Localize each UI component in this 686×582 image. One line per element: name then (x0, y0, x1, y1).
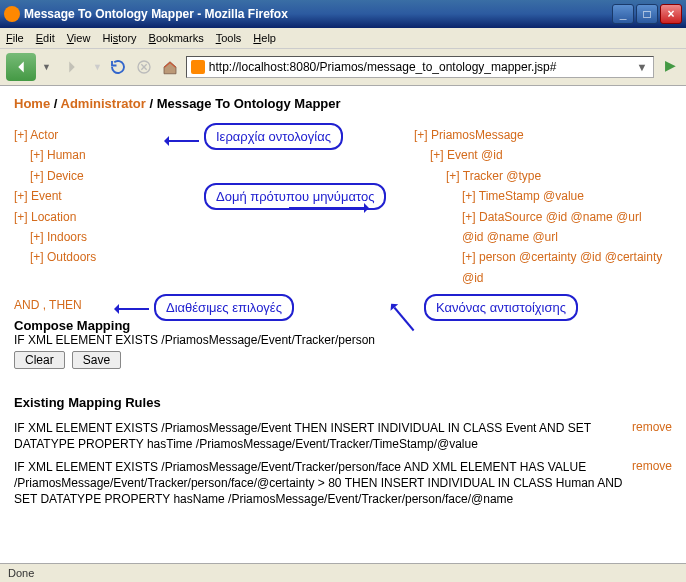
arrow-right-icon (61, 56, 83, 78)
rule-row: IF XML ELEMENT EXISTS /PriamosMessage/Ev… (14, 459, 672, 508)
callout-arrow (119, 308, 149, 310)
callout-rule: Κανόνας αντιστοίχισης (424, 294, 578, 321)
message-tree-node[interactable]: [+] DataSource @id @name @url @id @name … (414, 207, 664, 248)
ontology-tree-node[interactable]: [+] Outdoors (14, 247, 194, 267)
address-bar[interactable]: http://localhost:8080/Priamos/message_to… (186, 56, 654, 78)
reload-button[interactable] (108, 57, 128, 77)
window-title: Message To Ontology Mapper - Mozilla Fir… (24, 7, 610, 21)
menu-view[interactable]: View (67, 32, 91, 44)
callout-message: Δομή πρότυπου μηνύματος (204, 183, 386, 210)
home-icon (161, 58, 179, 76)
back-button[interactable] (6, 53, 36, 81)
callout-arrow (289, 207, 364, 209)
stop-button[interactable] (134, 57, 154, 77)
existing-rules-title: Existing Mapping Rules (14, 395, 672, 410)
page-content: Home / Administrator / Message To Ontolo… (0, 86, 686, 563)
back-dropdown[interactable]: ▼ (42, 62, 51, 72)
callout-ontology: Ιεραρχία οντολογίας (204, 123, 343, 150)
arrow-left-icon (10, 56, 32, 78)
url-text[interactable]: http://localhost:8080/Priamos/message_to… (209, 60, 631, 74)
message-tree-node[interactable]: [+] PriamosMessage (414, 125, 664, 145)
maximize-button[interactable]: □ (636, 4, 658, 24)
page-favicon (191, 60, 205, 74)
ontology-tree: [+] Actor[+] Human[+] Device[+] Event[+]… (14, 125, 194, 288)
rule-row: IF XML ELEMENT EXISTS /PriamosMessage/Ev… (14, 420, 672, 452)
rule-text: IF XML ELEMENT EXISTS /PriamosMessage/Ev… (14, 459, 624, 508)
compose-mapping-title: Compose Mapping (14, 318, 672, 333)
reload-icon (109, 58, 127, 76)
rules-list: IF XML ELEMENT EXISTS /PriamosMessage/Ev… (14, 420, 672, 507)
go-button[interactable]: ▶ (660, 57, 680, 77)
fwd-dropdown: ▼ (93, 62, 102, 72)
close-button[interactable]: × (660, 4, 682, 24)
compose-mapping-text: IF XML ELEMENT EXISTS /PriamosMessage/Ev… (14, 333, 672, 347)
menu-file[interactable]: File (6, 32, 24, 44)
ontology-tree-node[interactable]: [+] Event (14, 186, 194, 206)
ontology-tree-node[interactable]: [+] Human (14, 145, 194, 165)
menu-edit[interactable]: Edit (36, 32, 55, 44)
home-button[interactable] (160, 57, 180, 77)
stop-icon (136, 59, 152, 75)
menu-bar: File Edit View History Bookmarks Tools H… (0, 28, 686, 49)
clear-button[interactable]: Clear (14, 351, 65, 369)
remove-link[interactable]: remove (632, 459, 672, 473)
url-dropdown[interactable]: ▼ (635, 61, 649, 73)
status-bar: Done (0, 563, 686, 582)
breadcrumb: Home / Administrator / Message To Ontolo… (14, 96, 672, 111)
message-tree-node[interactable]: [+] Tracker @type (414, 166, 664, 186)
remove-link[interactable]: remove (632, 420, 672, 434)
ontology-tree-node[interactable]: [+] Indoors (14, 227, 194, 247)
firefox-icon (4, 6, 20, 22)
breadcrumb-current: Message To Ontology Mapper (157, 96, 341, 111)
window-titlebar: Message To Ontology Mapper - Mozilla Fir… (0, 0, 686, 28)
callout-arrow (169, 140, 199, 142)
message-tree-node[interactable]: [+] TimeStamp @value (414, 186, 664, 206)
callout-options: Διαθέσιμες επιλογές (154, 294, 294, 321)
rule-text: IF XML ELEMENT EXISTS /PriamosMessage/Ev… (14, 420, 624, 452)
forward-button[interactable] (57, 53, 87, 81)
ontology-tree-node[interactable]: [+] Location (14, 207, 194, 227)
breadcrumb-admin[interactable]: Administrator (61, 96, 146, 111)
navigation-toolbar: ▼ ▼ http://localhost:8080/Priamos/messag… (0, 49, 686, 86)
menu-history[interactable]: History (102, 32, 136, 44)
breadcrumb-home[interactable]: Home (14, 96, 50, 111)
message-tree-node[interactable]: [+] person @certainty @id @certainty @id (414, 247, 664, 288)
ontology-tree-node[interactable]: [+] Device (14, 166, 194, 186)
minimize-button[interactable]: _ (612, 4, 634, 24)
menu-tools[interactable]: Tools (216, 32, 242, 44)
menu-bookmarks[interactable]: Bookmarks (149, 32, 204, 44)
save-button[interactable]: Save (72, 351, 121, 369)
message-tree-node[interactable]: [+] Event @id (414, 145, 664, 165)
menu-help[interactable]: Help (253, 32, 276, 44)
